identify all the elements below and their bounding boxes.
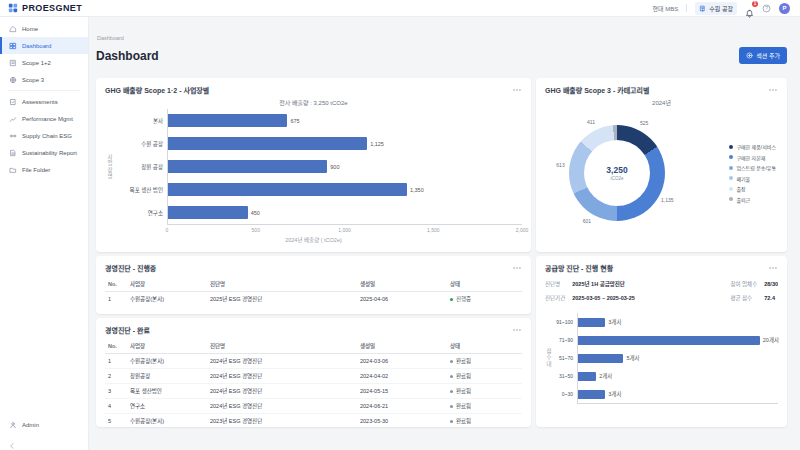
bar-row: 31~502개사	[553, 367, 778, 385]
table-row[interactable]: 1수원공장(본사)2024년 ESG 경영진단2024-03-06완료됨	[105, 354, 522, 369]
svg-text:?: ?	[765, 6, 768, 11]
card-menu-icon[interactable]	[512, 325, 522, 335]
legend-label: 출장	[736, 185, 745, 192]
donut-value-label: 613	[556, 162, 564, 168]
report-icon	[9, 149, 17, 157]
x-tick-label: 1,000	[338, 227, 351, 233]
site-selector-button[interactable]: 수원 공장	[695, 2, 737, 15]
done-table: No.사업장진단명생성일상태1수원공장(본사)2024년 ESG 경영진단202…	[105, 339, 522, 427]
bar	[168, 137, 367, 150]
status-cell: 완료됨	[447, 354, 522, 369]
status-label: 완료됨	[456, 418, 471, 424]
logo-text: PROESGNET	[22, 3, 82, 13]
table-cell: 2023-05-30	[357, 414, 447, 428]
sidebar-item-label: Admin	[22, 422, 39, 428]
table-cell: 2	[105, 369, 127, 384]
status-dot-icon	[450, 375, 453, 378]
bar-category-label: 0~30	[553, 391, 577, 397]
legend-item: 구매한 자본재	[729, 154, 776, 161]
sidebar-item-sustainability-report[interactable]: Sustainability Report	[0, 144, 88, 161]
table-cell: 2024-06-21	[357, 399, 447, 414]
header-divider	[686, 4, 687, 12]
table-cell: 1	[105, 292, 127, 307]
app-logo[interactable]: PROESGNET	[8, 3, 82, 13]
card-title: GHG 배출량 Scope 1·2 - 사업장별	[105, 85, 209, 95]
field-label: 평균 점수	[730, 294, 757, 302]
table-row[interactable]: 4연구소2024년 ESG 경영진단2024-06-21완료됨	[105, 399, 522, 414]
card-menu-icon[interactable]	[768, 85, 778, 95]
field-label: 진단명	[545, 280, 565, 288]
status-label: 완료됨	[456, 403, 471, 409]
bar	[168, 160, 327, 173]
page-title: Dashboard	[96, 49, 159, 63]
donut-value-label: 525	[640, 120, 648, 126]
add-section-button[interactable]: 섹션 추가	[739, 47, 787, 64]
column-header: 상태	[447, 339, 522, 354]
table-row[interactable]: 2창원공장2024년 ESG 경영진단2024-04-02완료됨	[105, 369, 522, 384]
x-tick-label: 500	[252, 227, 260, 233]
org-name: 현대 MBS	[653, 4, 679, 13]
supply-info-fields: 진단명2025년 1H 공급망진단참여 업체수28/30진단기간2025-03-…	[545, 280, 778, 302]
legend-dot	[729, 187, 733, 191]
sidebar-item-label: Scope 1+2	[22, 60, 51, 66]
sidebar-collapse-button[interactable]	[8, 436, 18, 446]
table-cell: 2024년 ESG 경영진단	[207, 369, 357, 384]
table-cell: 1	[105, 354, 127, 369]
sidebar-item-scope-1-2[interactable]: Scope 1+2	[0, 54, 88, 71]
notifications-button[interactable]: 1	[745, 4, 754, 13]
legend-label: 폐기물	[736, 175, 750, 182]
help-icon[interactable]: ?	[762, 4, 771, 13]
status-label: 완료됨	[456, 358, 471, 364]
bar-category-label: 31~50	[553, 373, 577, 379]
avatar[interactable]: P	[779, 3, 790, 14]
bar-category-label: 창원 공장	[115, 163, 167, 171]
sidebar-item-assessments[interactable]: Assessments	[0, 93, 88, 110]
bar-track: 675	[167, 109, 522, 132]
sidebar-item-home[interactable]: Home	[0, 20, 88, 37]
bar-category-label: 51~70	[553, 355, 577, 361]
sidebar-item-label: File Folder	[22, 167, 50, 173]
column-header: 사업장	[127, 277, 207, 292]
field-label: 참여 업체수	[730, 280, 757, 288]
y-axis-label: 점수대	[545, 313, 553, 403]
table-cell: 4	[105, 399, 127, 414]
status-cell: 완료됨	[447, 414, 522, 428]
bar-value-label: 450	[251, 210, 260, 216]
card-menu-icon[interactable]	[512, 85, 522, 95]
bar-track: 3개사	[577, 313, 778, 331]
bar	[578, 318, 605, 327]
main-content: Dashboard Dashboard 섹션 추가 GHG 배출량 Scope …	[89, 17, 800, 450]
scope12-chart: 사업장명 본사675수원 공장1,125창원 공장900목포 생산 법인1,35…	[105, 109, 522, 224]
sidebar-item-admin[interactable]: Admin	[0, 416, 88, 433]
bar	[168, 183, 407, 196]
status-label: 진행중	[456, 296, 471, 302]
bar-track: 2개사	[577, 367, 778, 385]
sidebar-item-file-folder[interactable]: File Folder	[0, 161, 88, 178]
bar	[578, 336, 760, 345]
bar-row: 71~9020개사	[553, 331, 778, 349]
card-menu-icon[interactable]	[768, 263, 778, 273]
breadcrumb[interactable]: Dashboard	[97, 35, 787, 41]
bar	[168, 114, 287, 127]
sidebar-item-supply-chain-esg[interactable]: Supply Chain ESG	[0, 127, 88, 144]
legend-label: 출퇴근	[736, 196, 750, 203]
bar-value-label: 675	[290, 118, 299, 124]
bar-category-label: 본사	[115, 117, 167, 125]
table-row[interactable]: 5수원공장(본사)2023년 ESG 경영진단2023-05-30완료됨	[105, 414, 522, 428]
card-menu-icon[interactable]	[512, 263, 522, 273]
sidebar-item-performance-mgmt[interactable]: Performance Mgmt	[0, 110, 88, 127]
sidebar-item-dashboard[interactable]: Dashboard	[0, 37, 88, 54]
table-row[interactable]: 1수원공장(본사)2025년 ESG 경영진단2025-04-06진행중	[105, 292, 522, 307]
bar-value-label: 3개사	[608, 390, 621, 398]
sidebar-item-label: Supply Chain ESG	[22, 133, 72, 139]
bell-icon	[745, 9, 754, 18]
column-header: 생성일	[357, 339, 447, 354]
table-cell: 2023년 ESG 경영진단	[207, 414, 357, 428]
sidebar-item-scope-3[interactable]: Scope 3	[0, 71, 88, 88]
field-value: 2025년 1H 공급망진단	[572, 280, 723, 288]
inprogress-table: No.사업장진단명생성일상태1수원공장(본사)2025년 ESG 경영진단202…	[105, 277, 522, 306]
table-row[interactable]: 3목포 생산법인2024년 ESG 경영진단2024-05-15완료됨	[105, 384, 522, 399]
bar-value-label: 1,350	[410, 187, 424, 193]
legend-label: 구매한 자본재	[736, 154, 765, 161]
bar-category-label: 71~90	[553, 337, 577, 343]
